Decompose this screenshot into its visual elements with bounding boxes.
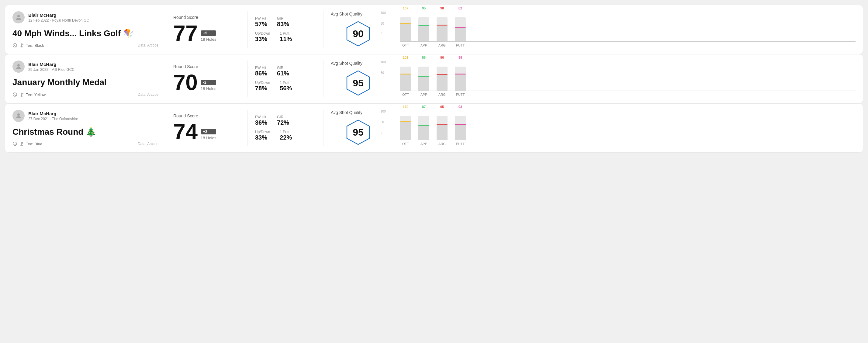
user-date-course: 27 Dec 2021 · The Oxfordshire — [28, 117, 78, 121]
bar-chart: 101OTT86APP96ARG99PUTT — [400, 61, 856, 97]
score-section: Round Score70-218 Holes — [173, 61, 240, 97]
updown-value: 78% — [255, 85, 270, 92]
user-details: Blair McHarg27 Dec 2021 · The Oxfordshir… — [28, 111, 78, 121]
bar-wrapper — [418, 67, 429, 91]
bar-fill — [455, 125, 466, 140]
updown-label: Up/Down — [255, 31, 270, 36]
round-title: 40 Mph Winds... Links Golf 🪁 — [12, 28, 158, 38]
stat-row-top: FW Hit57%GIR83% — [255, 17, 316, 28]
bar-marker — [400, 23, 411, 24]
hexagon-score: 95 — [353, 127, 364, 138]
updown-label: Up/Down — [255, 81, 270, 85]
divider — [247, 61, 248, 97]
bar-marker — [400, 73, 411, 74]
bar-x-label: ARG — [438, 93, 446, 96]
bar-fill — [418, 126, 429, 140]
round-card: Blair McHarg29 Jan 2022 · Mill Ride GCCJ… — [5, 54, 863, 103]
fw-hit-label: FW Hit — [255, 115, 267, 119]
user-date-course: 12 Feb 2022 · Royal North Devon GC — [28, 18, 89, 23]
bar-col: 86APP — [418, 61, 429, 91]
hexagon-container: 95 — [344, 69, 372, 97]
svg-point-1 — [13, 43, 17, 47]
bar-top-label: 98 — [440, 6, 444, 10]
score-label: Round Score — [173, 114, 240, 118]
bar-top-label: 86 — [422, 56, 426, 59]
bar-marker — [400, 121, 411, 122]
oneputt-value: 22% — [280, 134, 292, 141]
bar-x-label: PUTT — [456, 43, 465, 47]
bar-wrapper — [455, 17, 466, 42]
svg-point-8 — [21, 96, 23, 96]
bar-col: 107OTT — [400, 11, 411, 42]
svg-point-6 — [13, 93, 17, 96]
updown-stat: Up/Down78% — [255, 81, 270, 92]
data-source: Data: Arccos — [138, 142, 158, 146]
bar-x-label: OTT — [402, 93, 409, 96]
bar-chart: 107OTT95APP98ARG82PUTT — [400, 11, 856, 48]
bar-fill — [455, 74, 466, 91]
bar-x-label: OTT — [402, 142, 409, 146]
score-number: 74 — [173, 121, 197, 143]
gir-label: GIR — [277, 66, 289, 70]
bar-x-label: OTT — [402, 43, 409, 47]
fw-hit-value: 57% — [255, 21, 267, 28]
stat-row-top: FW Hit36%GIR72% — [255, 115, 316, 126]
score-holes: 18 Holes — [201, 136, 216, 140]
chart-outer: 100 50 0 101OTT86APP96ARG99PUTT — [391, 61, 856, 97]
oneputt-value: 56% — [280, 85, 292, 92]
y-label-100: 100 — [381, 110, 386, 113]
score-detail: -218 Holes — [201, 80, 216, 93]
updown-stat: Up/Down33% — [255, 130, 270, 141]
oneputt-label: 1 Putt — [280, 81, 292, 85]
bar-wrapper — [400, 116, 411, 140]
round-left-section: Blair McHarg29 Jan 2022 · Mill Ride GCCJ… — [12, 61, 158, 97]
bar-x-label: PUTT — [456, 93, 465, 96]
bar-col: 95ARG — [437, 110, 447, 140]
user-details: Blair McHarg12 Feb 2022 · Royal North De… — [28, 12, 89, 23]
user-name: Blair McHarg — [28, 62, 74, 67]
bar-fill — [400, 74, 411, 91]
bar-x-label: ARG — [438, 142, 446, 146]
bar-wrapper — [418, 17, 429, 42]
score-badge: +2 — [201, 129, 216, 134]
quality-label: Avg Shot Quality — [331, 61, 363, 66]
gir-value: 61% — [277, 70, 289, 77]
hexagon-container: 95 — [344, 119, 372, 146]
bar-wrapper — [400, 67, 411, 91]
updown-value: 33% — [255, 36, 270, 42]
divider — [323, 61, 323, 97]
hexagon-score: 90 — [353, 28, 364, 39]
bar-x-label: PUTT — [456, 142, 465, 146]
bar-wrapper — [437, 17, 447, 42]
svg-point-10 — [17, 114, 20, 116]
weather-icon — [12, 92, 17, 97]
svg-point-0 — [17, 15, 20, 17]
bar-wrapper — [455, 67, 466, 91]
score-number: 70 — [173, 71, 197, 93]
bar-top-label: 101 — [403, 56, 408, 59]
bar-marker — [437, 25, 447, 26]
stat-row-top: FW Hit86%GIR61% — [255, 66, 316, 77]
hexagon-container: 90 — [344, 20, 372, 48]
bar-x-label: APP — [421, 142, 427, 146]
bar-fill — [437, 75, 447, 91]
bar-wrapper — [400, 17, 411, 42]
bar-wrapper — [437, 116, 447, 140]
score-badge: -2 — [201, 80, 216, 85]
tee-left: Tee: Blue — [12, 142, 42, 146]
bar-top-label: 110 — [403, 105, 408, 108]
bar-marker — [418, 125, 429, 126]
round-left-section: Blair McHarg12 Feb 2022 · Royal North De… — [12, 11, 158, 48]
tee-left: Tee: Black — [12, 43, 44, 48]
bar-wrapper — [455, 116, 466, 140]
chart-section: 100 50 0 110OTT87APP95ARG93PUTT — [385, 110, 856, 146]
stat-row-bottom: Up/Down78%1 Putt56% — [255, 81, 316, 92]
chart-outer: 100 50 0 110OTT87APP95ARG93PUTT — [391, 110, 856, 146]
tee-info: Tee: Black Data: Arccos — [12, 43, 158, 48]
bar-marker — [418, 25, 429, 26]
score-label: Round Score — [173, 64, 240, 69]
oneputt-stat: 1 Putt22% — [280, 130, 292, 141]
bar-top-label: 96 — [440, 56, 444, 59]
golf-icon — [19, 92, 24, 97]
bar-col: 99PUTT — [455, 61, 466, 91]
